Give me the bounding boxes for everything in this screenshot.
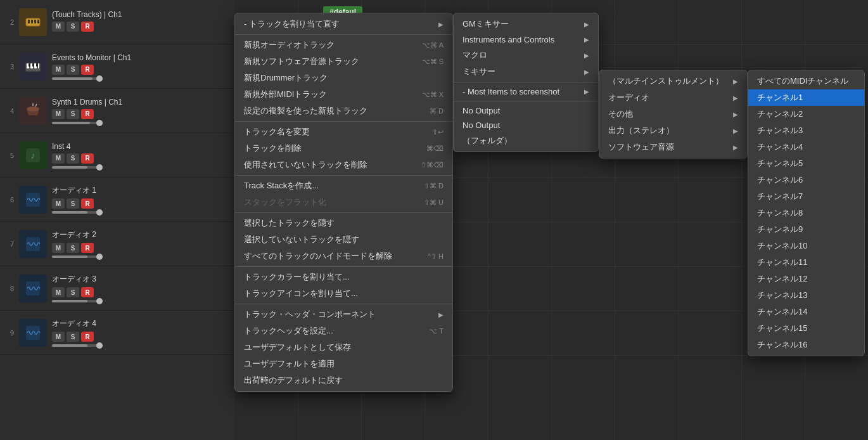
track-slider[interactable] — [52, 77, 103, 80]
menu-item-header-components[interactable]: トラック・ヘッダ・コンポーネント ▶ — [235, 306, 452, 323]
submenu-software-sound[interactable]: ソフトウェア音源 ▶ — [599, 139, 747, 155]
menu-item-unhide-all[interactable]: すべてのトラックのハイドモードを解除 ^⇧ H — [235, 248, 452, 264]
menu-item-new-drummer[interactable]: 新規Drummerトラック — [235, 70, 452, 86]
channel-6[interactable]: チャンネル6 — [748, 172, 864, 188]
menu-item-create-stack[interactable]: Track Stackを作成... ⇧⌘ D — [235, 178, 452, 194]
menu-header[interactable]: - トラックを割り当て直す ▶ — [235, 16, 452, 32]
mute-button[interactable]: M — [52, 109, 65, 119]
record-button[interactable]: R — [81, 109, 94, 119]
track-number: 8 — [5, 285, 14, 292]
track-slider[interactable] — [52, 122, 103, 124]
mute-button[interactable]: M — [52, 198, 65, 209]
submenu-other[interactable]: その他 ▶ — [599, 106, 747, 122]
track-list: 2 (Touch Tracks) | Ch1 M S R 3 — [0, 0, 234, 440]
submenu-no-output-1[interactable]: No Output — [454, 103, 598, 118]
chevron-right-icon: ▶ — [584, 36, 589, 43]
mute-button[interactable]: M — [52, 332, 65, 342]
menu-item-assign-icon[interactable]: トラックアイコンを割り当て... — [235, 285, 452, 302]
record-button[interactable]: R — [81, 332, 94, 342]
menu-item-save-default[interactable]: ユーザデフォルトとして保存 — [235, 339, 452, 356]
menu-item-hide-selected[interactable]: 選択したトラックを隠す — [235, 215, 452, 231]
solo-button[interactable]: S — [67, 153, 79, 164]
menu-item-restore-default[interactable]: 出荷時のデフォルトに戻す — [235, 372, 452, 389]
record-button[interactable]: R — [81, 198, 94, 209]
menu-item-new-midi[interactable]: 新規外部MIDIトラック ⌥⌘ X — [235, 86, 452, 103]
menu-item-assign-color[interactable]: トラックカラーを割り当て... — [235, 269, 452, 285]
solo-button[interactable]: S — [67, 65, 79, 75]
submenu-no-output-2[interactable]: No Output — [454, 118, 598, 133]
menu-item-rename[interactable]: トラック名を変更 ⇧↩ — [235, 124, 452, 140]
record-button[interactable]: R — [81, 65, 94, 75]
submenu-level2: （マルチインストゥルメント） ▶ オーディオ ▶ その他 ▶ 出力（ステレオ） … — [599, 70, 748, 159]
track-icon — [19, 8, 47, 36]
submenu-multi-instrument[interactable]: （マルチインストゥルメント） ▶ — [599, 73, 747, 89]
mute-button[interactable]: M — [52, 65, 65, 75]
channel-2[interactable]: チャンネル2 — [748, 106, 864, 122]
track-row: 5 ♪ Inst 4 M S R — [0, 133, 234, 178]
svg-rect-9 — [38, 63, 39, 68]
channel-9[interactable]: チャンネル9 — [748, 221, 864, 238]
chevron-right-icon: ▶ — [584, 88, 589, 95]
menu-item-duplicate-settings[interactable]: 設定の複製を使った新規トラック ⌘ D — [235, 103, 452, 119]
submenu-most-items[interactable]: - Most Items to screenshot ▶ — [454, 84, 598, 99]
solo-button[interactable]: S — [67, 22, 79, 32]
submenu-macro[interactable]: マクロ ▶ — [454, 47, 598, 63]
channel-1[interactable]: チャンネル1 — [748, 89, 864, 106]
svg-rect-3 — [34, 20, 36, 23]
channel-16[interactable]: チャンネル16 — [748, 337, 864, 353]
menu-item-delete-unused[interactable]: 使用されていないトラックを削除 ⇧⌘⌫ — [235, 157, 452, 173]
record-button[interactable]: R — [81, 22, 94, 32]
track-name: オーディオ 4 — [52, 318, 229, 329]
channel-15[interactable]: チャンネル15 — [748, 320, 864, 337]
channel-14[interactable]: チャンネル14 — [748, 304, 864, 320]
track-slider[interactable] — [52, 300, 103, 302]
channel-10[interactable]: チャンネル10 — [748, 238, 864, 254]
track-info: Events to Monitor | Ch1 M S R — [52, 53, 229, 80]
channel-5[interactable]: チャンネル5 — [748, 155, 864, 172]
mute-button[interactable]: M — [52, 153, 65, 164]
channel-3[interactable]: チャンネル3 — [748, 122, 864, 139]
track-slider[interactable] — [52, 211, 103, 214]
chevron-right-icon: ▶ — [438, 21, 444, 28]
record-button[interactable]: R — [81, 287, 94, 297]
menu-item-flatten[interactable]: スタックをフラット化 ⇧⌘ U — [235, 194, 452, 210]
menu-item-apply-default[interactable]: ユーザデフォルトを適用 — [235, 356, 452, 372]
mute-button[interactable]: M — [52, 243, 65, 253]
menu-item-configure-header[interactable]: トラックヘッダを設定... ⌥ T — [235, 323, 452, 339]
track-slider[interactable] — [52, 256, 103, 258]
menu-item-new-audio[interactable]: 新規オーディオトラック ⌥⌘ A — [235, 37, 452, 53]
submenu-mixer[interactable]: ミキサー ▶ — [454, 63, 598, 80]
mute-button[interactable]: M — [52, 287, 65, 297]
submenu-folder[interactable]: （フォルダ） — [454, 133, 598, 149]
track-name: Events to Monitor | Ch1 — [52, 53, 229, 62]
solo-button[interactable]: S — [67, 198, 79, 209]
track-slider[interactable] — [52, 166, 103, 169]
record-button[interactable]: R — [81, 153, 94, 164]
channel-all-midi[interactable]: すべてのMIDIチャンネル — [748, 73, 864, 89]
record-button[interactable]: R — [81, 243, 94, 253]
channel-13[interactable]: チャンネル13 — [748, 287, 864, 304]
channel-12[interactable]: チャンネル12 — [748, 271, 864, 287]
track-slider[interactable] — [52, 344, 103, 347]
track-icon — [19, 186, 47, 214]
channel-11[interactable]: チャンネル11 — [748, 254, 864, 271]
menu-item-delete[interactable]: トラックを削除 ⌘⌫ — [235, 140, 452, 157]
channel-8[interactable]: チャンネル8 — [748, 205, 864, 221]
mute-button[interactable]: M — [52, 22, 65, 32]
solo-button[interactable]: S — [67, 243, 79, 253]
channel-7[interactable]: チャンネル7 — [748, 188, 864, 205]
submenu-gm-mixer[interactable]: GMミキサー ▶ — [454, 16, 598, 32]
svg-point-14 — [27, 107, 39, 112]
menu-item-new-software[interactable]: 新規ソフトウェア音源トラック ⌥⌘ S — [235, 53, 452, 70]
solo-button[interactable]: S — [67, 287, 79, 297]
track-info: オーディオ 1 M S R — [52, 185, 229, 214]
solo-button[interactable]: S — [67, 109, 79, 119]
submenu-audio[interactable]: オーディオ ▶ — [599, 89, 747, 106]
submenu-output-stereo[interactable]: 出力（ステレオ） ▶ — [599, 122, 747, 139]
svg-rect-1 — [28, 20, 30, 23]
channel-4[interactable]: チャンネル4 — [748, 139, 864, 155]
submenu-instruments-controls[interactable]: Instruments and Controls ▶ — [454, 32, 598, 47]
svg-rect-4 — [37, 20, 39, 23]
solo-button[interactable]: S — [67, 332, 79, 342]
menu-item-hide-others[interactable]: 選択していないトラックを隠す — [235, 231, 452, 248]
